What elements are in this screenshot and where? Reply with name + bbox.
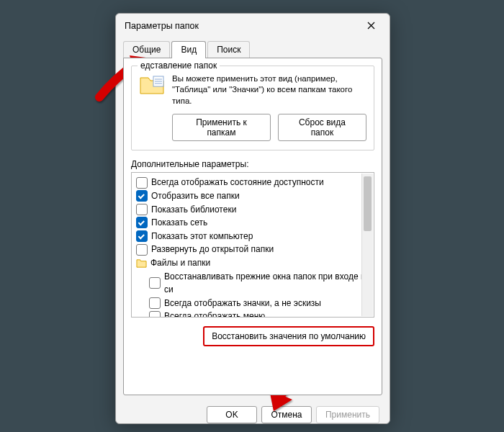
list-item-label: Отобразить все папки: [151, 189, 240, 203]
checkbox-icon[interactable]: [149, 311, 161, 318]
list-item[interactable]: Отобразить все папки: [133, 189, 372, 203]
checkbox-icon[interactable]: [149, 277, 161, 289]
list-item[interactable]: Всегда отображать меню: [133, 310, 372, 318]
folder-icon: [139, 73, 165, 96]
list-item[interactable]: Показать сеть: [133, 216, 372, 230]
list-item-label: Всегда отображать состояние доступности: [151, 176, 324, 189]
list-item-label: Показать этот компьютер: [151, 230, 253, 243]
tree-group-label: Файлы и папки: [150, 256, 210, 270]
list-item-label: Восстанавливать прежние окна папок при в…: [164, 270, 372, 297]
scrollbar-thumb[interactable]: [364, 176, 372, 231]
checkbox-icon[interactable]: [136, 217, 148, 228]
tabs: Общие Вид Поиск: [123, 41, 382, 58]
checkbox-icon[interactable]: [136, 190, 148, 202]
list-item[interactable]: Всегда отображать значки, а не эскизы: [133, 297, 372, 310]
tab-view-page: едставление папок Вы можете применить эт…: [123, 58, 382, 395]
tab-general[interactable]: Общие: [123, 41, 170, 58]
folder-view-section: едставление папок Вы можете применить эт…: [131, 66, 374, 151]
dialog-buttons: OK Отмена Применить: [116, 396, 390, 423]
folder-icon: [136, 258, 147, 269]
list-item-label: Всегда отображать значки, а не эскизы: [164, 297, 321, 310]
list-item-label: Показать сеть: [151, 216, 207, 230]
folder-options-dialog: Параметры папок Общие Вид Поиск едставле…: [115, 13, 390, 424]
tree-group[interactable]: Файлы и папки: [133, 256, 372, 270]
dialog-title: Параметры папок: [125, 21, 199, 31]
list-item-label: Всегда отображать меню: [164, 310, 265, 318]
folder-view-legend: едставление папок: [138, 60, 220, 71]
advanced-settings-tree[interactable]: Всегда отображать состояние доступности …: [131, 172, 374, 318]
scrollbar[interactable]: [361, 174, 373, 316]
advanced-settings-label: Дополнительные параметры:: [131, 159, 374, 169]
list-item[interactable]: Всегда отображать состояние доступности: [133, 176, 372, 189]
restore-defaults-button[interactable]: Восстановить значения по умолчанию: [203, 326, 374, 346]
list-item[interactable]: Восстанавливать прежние окна папок при в…: [133, 270, 372, 297]
checkbox-icon[interactable]: [136, 230, 148, 242]
folder-view-text: Вы можете применить этот вид (например, …: [172, 73, 366, 107]
close-icon: [367, 22, 375, 30]
apply-to-folders-button[interactable]: Применить к папкам: [172, 114, 271, 141]
reset-folders-button[interactable]: Сброс вида папок: [278, 114, 366, 141]
checkbox-icon[interactable]: [149, 297, 161, 309]
ok-button[interactable]: OK: [207, 406, 257, 423]
list-item[interactable]: Показать библиотеки: [133, 203, 372, 217]
cancel-button[interactable]: Отмена: [261, 406, 312, 423]
list-item[interactable]: Показать этот компьютер: [133, 230, 372, 243]
tab-search[interactable]: Поиск: [207, 41, 250, 58]
list-item[interactable]: Развернуть до открытой папки: [133, 243, 372, 256]
list-item-label: Развернуть до открытой папки: [151, 243, 274, 256]
checkbox-icon[interactable]: [136, 204, 148, 215]
apply-button[interactable]: Применить: [316, 406, 379, 423]
list-item-label: Показать библиотеки: [151, 203, 236, 217]
titlebar: Параметры папок: [116, 14, 390, 38]
close-button[interactable]: [358, 16, 384, 36]
tab-view[interactable]: Вид: [171, 41, 206, 58]
checkbox-icon[interactable]: [136, 244, 148, 256]
checkbox-icon[interactable]: [136, 177, 148, 189]
